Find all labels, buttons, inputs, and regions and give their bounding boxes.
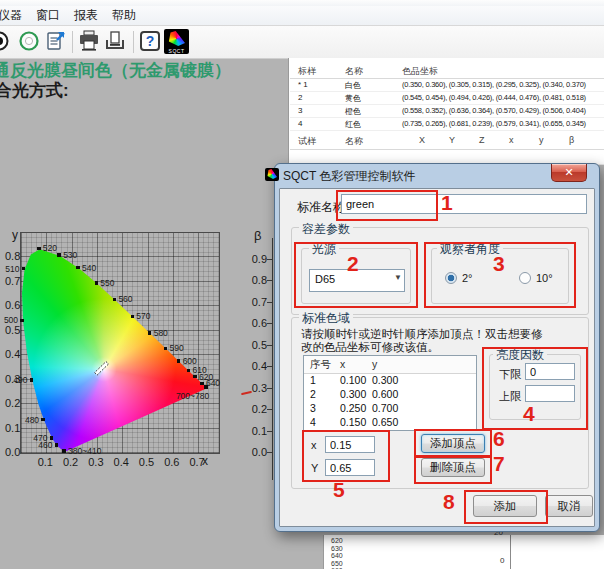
vertex-row[interactable]: 20.3000.600 xyxy=(304,387,476,401)
print-output-icon[interactable] xyxy=(103,29,127,55)
spectral-locus-fill xyxy=(21,233,219,453)
light-source-label: 光源 xyxy=(309,241,339,258)
light-source-select[interactable]: D65 ▼ xyxy=(309,269,405,292)
close-icon[interactable]: ✕ xyxy=(551,164,587,182)
samples-table: 试样名称XYZxyβ xyxy=(290,131,604,164)
y-tick-label: 0.0 xyxy=(5,446,17,458)
table-cell: 0.300 xyxy=(340,388,366,400)
table-row[interactable]: 3橙色(0.558, 0.352), (0.636, 0.364), (0.57… xyxy=(290,104,604,118)
wavelength-label: 500 xyxy=(4,315,18,325)
cancel-button[interactable]: 取消 xyxy=(545,495,593,517)
sqct-logo-icon[interactable]: SQCT xyxy=(164,29,189,54)
table-cell: (0.735, 0.265), (0.681, 0.239), (0.579, … xyxy=(402,119,586,128)
table-row[interactable]: 2黄色(0.545, 0.454), (0.494, 0.426), (0.44… xyxy=(290,91,604,105)
table-cell: 0.650 xyxy=(372,416,398,428)
table-cell: 白色 xyxy=(345,80,361,91)
table-cell: 1 xyxy=(310,374,316,386)
beta-tick-label: 0.7 xyxy=(245,296,267,308)
column-header: 标样 xyxy=(298,65,316,78)
wavelength-label: 490 xyxy=(13,375,27,385)
upper-limit-input[interactable] xyxy=(525,385,575,402)
app-window: 仪器窗口报表帮助 ? SQCT 通反光膜昼间色（无金属镀膜） 合光方式: 620… xyxy=(0,0,604,569)
x-tick-label: 0.5 xyxy=(136,456,158,468)
wavelength-dot xyxy=(55,443,59,447)
add-button[interactable]: 添加 xyxy=(473,495,537,517)
toolbar-separator xyxy=(133,31,134,53)
table-cell: 4 xyxy=(298,119,302,128)
y-tick-label: 0.2 xyxy=(5,397,17,409)
printer-icon[interactable] xyxy=(77,29,101,55)
toolbar-separator xyxy=(72,31,73,53)
wavelength-dot xyxy=(113,298,117,302)
target-filled-icon[interactable] xyxy=(0,29,11,55)
beta-tick-label: 0.6 xyxy=(245,317,267,329)
observer-10deg-radio[interactable]: 10° xyxy=(519,272,553,284)
column-header: x xyxy=(509,135,514,145)
vertex-row[interactable]: 10.1000.300 xyxy=(304,373,476,387)
sqct-logo-label: SQCT xyxy=(164,48,189,54)
table-cell: (0.350, 0.360), (0.305, 0.315), (0.295, … xyxy=(402,80,586,89)
vertex-row[interactable]: 40.1500.650 xyxy=(304,415,476,429)
wavelength-dot xyxy=(200,382,204,386)
table-cell: 红色 xyxy=(345,119,361,130)
radio-dot-icon xyxy=(445,272,457,284)
vertex-row[interactable]: 30.2500.700 xyxy=(304,401,476,415)
export-report-icon[interactable] xyxy=(44,29,68,55)
table-cell: 0.100 xyxy=(340,374,366,386)
wavelength-label: 520 xyxy=(43,243,57,253)
instruction-text: 改的色品坐标可修改该值。 xyxy=(301,340,439,355)
observer-2deg-radio[interactable]: 2° xyxy=(445,272,473,284)
beta-tick xyxy=(267,366,272,367)
add-vertex-button[interactable]: 添加顶点 xyxy=(421,434,485,453)
x-tick-label: 0.3 xyxy=(85,456,107,468)
sqct-dialog-icon xyxy=(265,168,279,181)
target-ring-icon[interactable] xyxy=(17,29,41,55)
table-row[interactable]: * 1白色(0.350, 0.360), (0.305, 0.315), (0.… xyxy=(290,78,604,92)
wavelength-label: 570 xyxy=(136,311,150,321)
vertex-table[interactable]: 序号xy 10.1000.30020.3000.60030.2500.70040… xyxy=(303,355,477,431)
chromaticity-diagram: y x 0.10.20.30.40.50.60.70.00.10.20.30.4… xyxy=(8,228,248,484)
column-header: 试样 xyxy=(298,135,316,148)
y-tick-label: 0.1 xyxy=(5,422,17,434)
wavelength-label: 380~410 xyxy=(68,446,101,456)
menu-item[interactable]: 窗口 xyxy=(29,5,67,26)
wavelength-dot xyxy=(177,359,181,363)
menu-item[interactable]: 仪器 xyxy=(0,5,29,26)
standard-name-input[interactable] xyxy=(341,194,587,214)
table-cell: 橙色 xyxy=(345,106,361,117)
menu-item[interactable]: 帮助 xyxy=(105,5,143,26)
column-header: 名称 xyxy=(345,135,363,148)
delete-vertex-button[interactable]: 删除顶点 xyxy=(421,458,485,477)
wavelength-dot xyxy=(148,331,152,335)
table-cell: 0.250 xyxy=(340,402,366,414)
subtitle-light-mode: 合光方式: xyxy=(0,79,69,102)
table-cell: * 1 xyxy=(298,80,308,89)
beta-axis-label: β xyxy=(254,228,261,243)
wavelength-dot xyxy=(41,418,45,422)
table-row[interactable]: 4红色(0.735, 0.265), (0.681, 0.239), (0.57… xyxy=(290,117,604,131)
lower-limit-label: 下限 xyxy=(499,367,521,382)
table-cell: 0.300 xyxy=(372,374,398,386)
menu-item[interactable]: 报表 xyxy=(67,5,105,26)
beta-tick-label: 0.1 xyxy=(245,425,267,437)
table-cell: 2 xyxy=(298,93,302,102)
y-tick-label: 0.4 xyxy=(5,348,17,360)
x-tick-label: 0.2 xyxy=(60,456,82,468)
beta-tick-label: 0.4 xyxy=(245,360,267,372)
help-icon[interactable]: ? xyxy=(138,29,162,55)
wavelength-label: 590 xyxy=(170,343,184,353)
wavelength-label: 550 xyxy=(100,278,114,288)
vertex-x-input[interactable] xyxy=(325,436,375,453)
wavelength-dot xyxy=(30,378,34,382)
beta-tick xyxy=(267,280,272,281)
lower-limit-input[interactable] xyxy=(525,363,575,380)
table-cell: 2 xyxy=(310,388,316,400)
bottom-axis-tick: 0 xyxy=(500,556,504,565)
radio-dot-icon xyxy=(519,272,531,284)
vertex-y-input[interactable] xyxy=(325,459,375,476)
beta-tick-label: 0.9 xyxy=(245,253,267,265)
wavelength-dot xyxy=(22,267,26,271)
vertex-x-label: x xyxy=(311,439,317,451)
wavelength-dot xyxy=(193,375,197,379)
wavelength-label: 580 xyxy=(154,328,168,338)
